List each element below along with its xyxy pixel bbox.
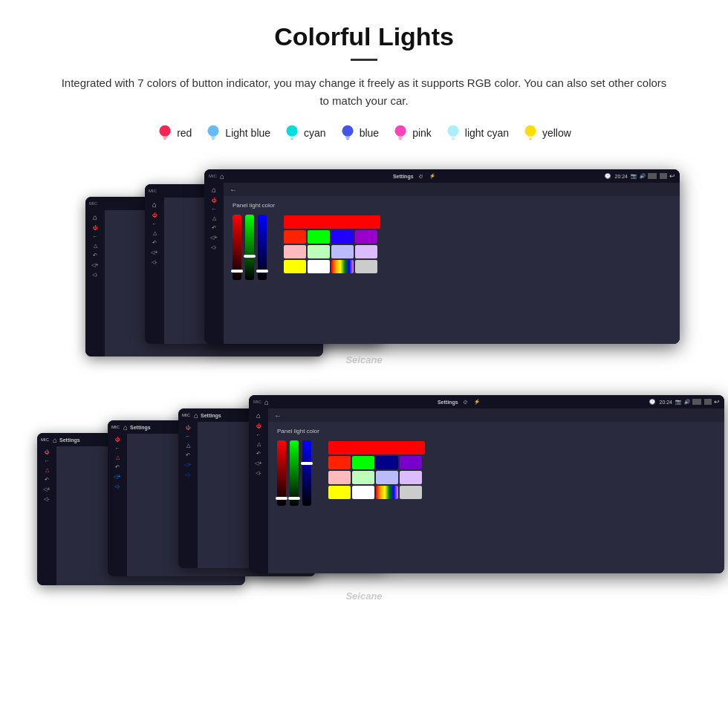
svg-point-7: [208, 126, 219, 137]
screenshots-section: MIC ⌂ ⏻ ← △ ↶ ◁+ ◁-: [30, 163, 698, 608]
red-bulb-icon: [157, 123, 173, 143]
lightblue-bulb-icon: [205, 123, 221, 143]
svg-point-11: [287, 126, 298, 137]
svg-rect-26: [529, 138, 532, 140]
blue-bulb-icon: [339, 123, 356, 143]
svg-point-27: [525, 126, 536, 137]
color-item-red: red: [157, 123, 192, 143]
color-item-lightcyan: light cyan: [445, 123, 509, 143]
svg-point-19: [395, 126, 406, 137]
color-label-blue: blue: [360, 127, 379, 139]
color-item-pink: pink: [392, 123, 432, 143]
device-card-main-bottom: MIC ⌂ Settings ⏱ ⚡ 🕐 20:24 📷 🔊 ↩: [249, 395, 724, 573]
page-title: Colorful Lights: [30, 22, 698, 51]
watermark-top: Seicane: [345, 354, 382, 365]
svg-rect-14: [346, 138, 349, 140]
page-wrapper: Colorful Lights Integrated with 7 colors…: [0, 0, 728, 637]
color-indicators-row: red Light blue cyan: [30, 123, 698, 143]
svg-rect-10: [290, 138, 293, 140]
color-item-yellow: yellow: [522, 123, 571, 143]
lightcyan-bulb-icon: [445, 123, 461, 143]
cyan-bulb-icon: [284, 123, 300, 143]
color-label-red: red: [177, 127, 192, 139]
color-label-lightcyan: light cyan: [465, 127, 509, 139]
color-item-blue: blue: [339, 123, 379, 143]
pink-bulb-icon: [392, 123, 409, 143]
svg-rect-2: [163, 138, 166, 140]
top-screenshot-group: MIC ⌂ ⏻ ← △ ↶ ◁+ ◁-: [30, 163, 698, 371]
color-label-yellow: yellow: [542, 127, 571, 139]
color-label-lightblue: Light blue: [225, 127, 270, 139]
page-description: Integrated with 7 colors of button indic…: [59, 74, 669, 110]
color-item-cyan: cyan: [284, 123, 326, 143]
svg-point-15: [342, 126, 353, 137]
yellow-bulb-icon: [522, 123, 539, 143]
watermark-bottom: Seicane: [345, 590, 382, 602]
bottom-screenshot-group: MIC⌂ Settings ⏻ ← △ ↶ ◁+ ◁-: [30, 392, 698, 608]
device-card-main-top: MIC ⌂ Settings ⏱ ⚡ 🕐 20:24 📷 🔊 ↩: [204, 169, 680, 344]
color-label-cyan: cyan: [304, 127, 326, 139]
color-item-lightblue: Light blue: [205, 123, 270, 143]
svg-rect-18: [399, 138, 402, 140]
color-label-pink: pink: [412, 127, 432, 139]
svg-rect-6: [212, 138, 215, 140]
title-divider: [351, 59, 377, 61]
svg-point-23: [447, 126, 458, 137]
svg-point-3: [160, 126, 171, 137]
svg-rect-22: [452, 138, 455, 140]
